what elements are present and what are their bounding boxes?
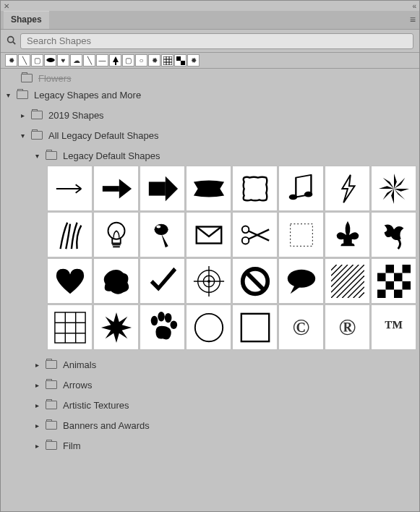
shape-target-crosshair[interactable] xyxy=(186,258,231,304)
shape-paw-print[interactable] xyxy=(140,304,185,350)
svg-rect-52 xyxy=(377,289,386,298)
shape-blob[interactable] xyxy=(93,258,139,304)
recent-shape[interactable]: ♥ xyxy=(57,54,69,67)
shape-scissors[interactable] xyxy=(232,212,278,257)
tree-row-film[interactable]: ▸ Film xyxy=(1,435,419,456)
shape-rounded-frame[interactable] xyxy=(232,166,278,211)
tree-row-arrows[interactable]: ▸ Arrows xyxy=(1,375,419,395)
svg-point-20 xyxy=(156,225,160,228)
shape-no-symbol[interactable] xyxy=(232,258,278,304)
chevron-right-icon: ▸ xyxy=(35,361,46,369)
recent-shape[interactable]: ✹ xyxy=(148,54,160,67)
shape-trademark[interactable]: ™ xyxy=(371,304,416,350)
shape-diagonal-hatch[interactable] xyxy=(325,258,370,304)
shape-lightning-bolt[interactable] xyxy=(325,166,370,211)
svg-rect-26 xyxy=(290,223,312,246)
svg-point-14 xyxy=(288,194,297,200)
shape-square-outline[interactable] xyxy=(232,304,278,350)
tree-row-legacy-more[interactable]: ▾ Legacy Shapes and More xyxy=(1,85,419,105)
chevron-down-icon: ▾ xyxy=(7,91,17,99)
shape-envelope[interactable] xyxy=(186,212,231,257)
panel-titlebar: ✕ « xyxy=(1,1,419,11)
tree-row-legacy-default[interactable]: ▾ Legacy Default Shapes xyxy=(1,145,419,166)
recent-shape[interactable]: ╲ xyxy=(83,54,95,67)
svg-rect-49 xyxy=(394,273,403,281)
shapes-panel: ✕ « Shapes ≡ ✹ ╲ ▢ ♥ ☁ ╲ — ▢ ○ ✹ ✹ Flowe… xyxy=(0,0,420,512)
recent-shape[interactable] xyxy=(161,54,173,67)
shape-checkmark[interactable] xyxy=(140,258,185,304)
tree-row-all-legacy[interactable]: ▾ All Legacy Default Shapes xyxy=(1,125,419,145)
svg-point-15 xyxy=(304,191,312,197)
shape-glyph: ® xyxy=(339,314,356,341)
shape-speech-bubble[interactable] xyxy=(278,258,324,304)
panel-menu-icon[interactable]: ≡ xyxy=(410,14,415,25)
svg-line-1 xyxy=(13,41,15,43)
tab-label: Shapes xyxy=(11,14,42,25)
folder-label: All Legacy Default Shapes xyxy=(48,130,158,141)
tree-row-2019-shapes[interactable]: ▸ 2019 Shapes xyxy=(1,105,419,125)
recent-shape[interactable]: — xyxy=(96,54,108,67)
shape-flower-petals[interactable] xyxy=(371,166,416,211)
svg-rect-10 xyxy=(102,186,119,192)
recent-shape[interactable]: ○ xyxy=(135,54,147,67)
recent-shape[interactable] xyxy=(109,54,121,67)
folder-label: Film xyxy=(63,440,81,451)
shape-heart[interactable] xyxy=(47,258,93,304)
shape-circle-outline[interactable] xyxy=(186,304,231,350)
recent-shape[interactable] xyxy=(174,54,187,67)
chevron-down-icon: ▾ xyxy=(21,132,31,140)
svg-line-36 xyxy=(331,265,342,276)
shape-arrow-block-right[interactable] xyxy=(140,166,185,211)
folder-label: Animals xyxy=(63,359,96,370)
folder-icon xyxy=(46,380,57,389)
recent-shape[interactable]: ☁ xyxy=(70,54,82,67)
shape-fleur-de-lis[interactable] xyxy=(325,212,370,257)
chevron-right-icon: ▸ xyxy=(35,442,46,450)
chevron-right-icon: ▸ xyxy=(21,111,31,119)
shape-vine-heart[interactable] xyxy=(371,212,416,257)
tab-shapes[interactable]: Shapes xyxy=(4,11,49,29)
recent-shape[interactable]: ✹ xyxy=(187,54,200,67)
svg-rect-48 xyxy=(377,273,386,281)
folder-label: 2019 Shapes xyxy=(48,110,104,121)
shape-music-notes[interactable] xyxy=(278,166,324,211)
svg-point-60 xyxy=(158,311,165,320)
shape-starburst[interactable] xyxy=(93,304,139,350)
shape-postage-stamp[interactable] xyxy=(278,212,324,257)
tree-row-cutoff[interactable]: Flowers xyxy=(1,72,419,85)
shape-arrow-thin-right[interactable] xyxy=(47,166,93,211)
shape-registered[interactable]: ® xyxy=(325,304,370,350)
shape-grass[interactable] xyxy=(47,212,93,257)
shape-light-bulb[interactable] xyxy=(93,212,139,257)
tree-row-artistic[interactable]: ▸ Artistic Textures xyxy=(1,395,419,415)
shape-arrow-medium-right[interactable] xyxy=(93,166,139,211)
tab-bar: Shapes ≡ xyxy=(1,11,419,30)
shape-push-pin[interactable] xyxy=(140,212,185,257)
svg-point-62 xyxy=(170,320,177,329)
search-input[interactable] xyxy=(20,33,413,49)
shape-grid-3x3[interactable] xyxy=(47,304,93,350)
svg-rect-54 xyxy=(54,312,85,342)
shape-glyph: © xyxy=(293,314,310,341)
folder-icon xyxy=(46,360,57,369)
tree-row-banners[interactable]: ▸ Banners and Awards xyxy=(1,415,419,435)
svg-rect-47 xyxy=(402,265,411,273)
folder-icon xyxy=(21,74,33,82)
collapse-icon[interactable]: « xyxy=(412,2,416,10)
svg-rect-11 xyxy=(148,182,165,195)
shape-checkerboard[interactable] xyxy=(371,258,416,304)
chevron-right-icon: ▸ xyxy=(35,422,46,430)
recent-shape[interactable] xyxy=(44,54,56,67)
recent-shape[interactable]: ▢ xyxy=(31,54,43,67)
tree-row-animals[interactable]: ▸ Animals xyxy=(1,354,419,375)
svg-point-59 xyxy=(150,315,158,325)
recent-shape[interactable]: ╲ xyxy=(18,54,30,67)
shape-copyright[interactable]: © xyxy=(278,304,324,350)
folder-label: Banners and Awards xyxy=(63,420,150,431)
svg-point-63 xyxy=(194,313,222,341)
shape-banner-ribbon[interactable] xyxy=(186,166,231,211)
search-row xyxy=(1,30,419,53)
recent-shape[interactable]: ▢ xyxy=(122,54,134,67)
recent-shape[interactable]: ✹ xyxy=(5,54,17,67)
close-icon[interactable]: ✕ xyxy=(4,2,9,10)
